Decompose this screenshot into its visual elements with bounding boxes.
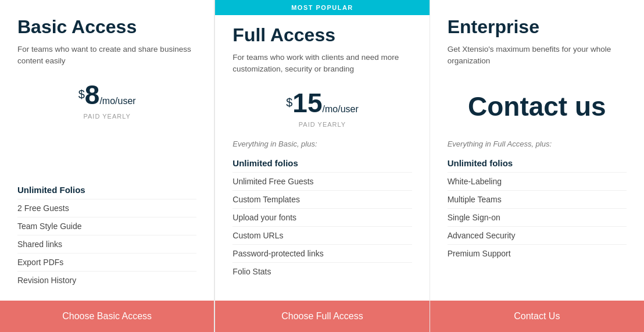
feature-item: White-Labeling <box>448 173 627 191</box>
feature-item: Custom URLs <box>232 227 412 245</box>
pricing-container: Basic Access For teams who want to creat… <box>0 0 644 332</box>
choose-basic-button[interactable]: Choose Basic Access <box>0 301 214 332</box>
feature-item: Unlimited folios <box>448 154 627 173</box>
feature-item: Multiple Teams <box>448 191 627 209</box>
price-block-full: $15/mo/user PAID YEARLY <box>232 87 412 128</box>
feature-item: 2 Free Guests <box>17 199 196 217</box>
includes-note-full: Everything in Basic, plus: <box>232 140 412 148</box>
most-popular-banner: MOST POPULAR <box>215 0 429 15</box>
plan-card-basic: Basic Access For teams who want to creat… <box>0 0 214 332</box>
plan-title-full: Full Access <box>232 24 412 46</box>
price-display-basic: $8/mo/user <box>17 79 196 110</box>
features-list-full: Unlimited folios Unlimited Free Guests C… <box>232 154 412 290</box>
price-amount-basic: 8 <box>85 80 100 110</box>
plan-card-enterprise: Enterprise Get Xtensio's maximum benefit… <box>430 0 644 332</box>
price-block-basic: $8/mo/user PAID YEARLY <box>17 79 196 120</box>
price-amount-full: 15 <box>292 88 322 118</box>
features-list-enterprise: Unlimited folios White-Labeling Multiple… <box>448 154 627 290</box>
feature-item: Unlimited folios <box>232 154 412 173</box>
feature-item: Upload your fonts <box>232 209 412 227</box>
plan-description-basic: For teams who want to create and share b… <box>17 44 196 67</box>
feature-item: Premium Support <box>448 245 627 262</box>
feature-item: Team Style Guide <box>17 217 196 235</box>
features-list-basic: Unlimited Folios 2 Free Guests Team Styl… <box>17 181 196 289</box>
price-billing-basic: PAID YEARLY <box>17 113 196 120</box>
plan-card-full: MOST POPULAR Full Access For teams who w… <box>214 0 430 332</box>
price-per-basic: /mo/user <box>99 96 135 106</box>
contact-us-heading: Contact us <box>448 91 627 122</box>
price-display-full: $15/mo/user <box>232 87 412 119</box>
price-dollar-full: $ <box>286 95 292 108</box>
contact-us-button[interactable]: Contact Us <box>430 301 644 332</box>
plan-title-enterprise: Enterprise <box>448 16 627 38</box>
plan-title-basic: Basic Access <box>17 16 196 38</box>
includes-note-enterprise: Everything in Full Access, plus: <box>448 140 627 148</box>
feature-item: Unlimited Free Guests <box>232 173 412 191</box>
feature-item: Export PDFs <box>17 254 196 272</box>
feature-item: Advanced Security <box>448 227 627 245</box>
price-dollar-basic: $ <box>78 87 85 100</box>
plan-description-full: For teams who work with clients and need… <box>232 52 412 76</box>
feature-item: Password-protected links <box>232 245 412 263</box>
feature-item: Unlimited Folios <box>17 181 196 199</box>
feature-item: Folio Stats <box>232 263 412 280</box>
price-per-full: /mo/user <box>323 104 359 114</box>
feature-item: Shared links <box>17 235 196 254</box>
plan-description-enterprise: Get Xtensio's maximum benefits for your … <box>448 44 627 67</box>
feature-item: Single Sign-on <box>448 209 627 227</box>
feature-item: Revision History <box>17 272 196 289</box>
choose-full-button[interactable]: Choose Full Access <box>215 301 429 332</box>
price-billing-full: PAID YEARLY <box>232 121 412 128</box>
feature-item: Custom Templates <box>232 191 412 209</box>
